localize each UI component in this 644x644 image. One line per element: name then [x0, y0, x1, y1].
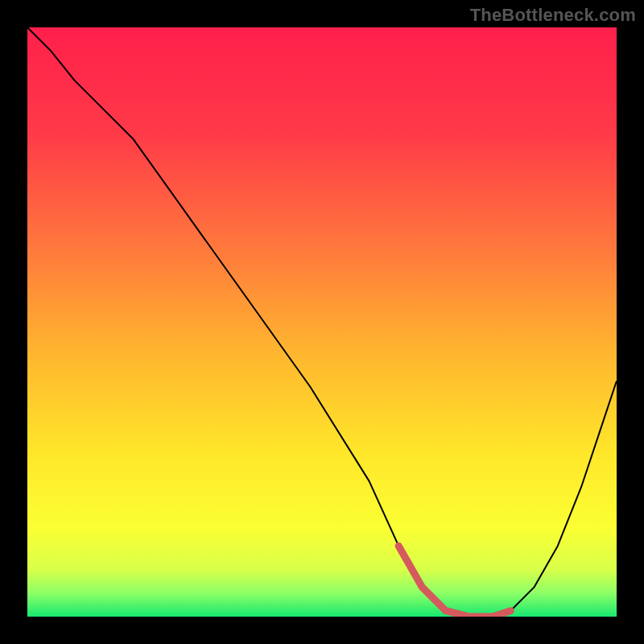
watermark-text: TheBottleneck.com — [470, 5, 636, 26]
plot-area — [27, 27, 617, 617]
valley-highlight — [27, 27, 617, 617]
chart-frame: TheBottleneck.com — [0, 0, 644, 644]
